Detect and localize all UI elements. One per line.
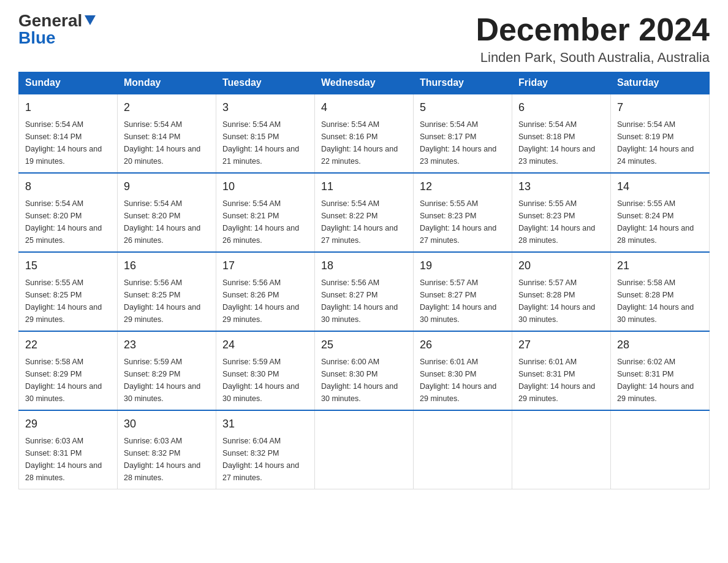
weekday-header-wednesday: Wednesday (315, 72, 414, 94)
day-number: 4 (321, 99, 407, 116)
calendar-cell: 20Sunrise: 5:57 AMSunset: 8:28 PMDayligh… (512, 252, 611, 331)
title-section: December 2024 Linden Park, South Austral… (476, 12, 710, 66)
calendar-cell: 15Sunrise: 5:55 AMSunset: 8:25 PMDayligh… (19, 252, 118, 331)
day-info: Sunrise: 5:54 AMSunset: 8:16 PMDaylight:… (321, 118, 407, 167)
day-number: 8 (25, 178, 111, 195)
day-info: Sunrise: 6:01 AMSunset: 8:31 PMDaylight:… (518, 356, 604, 405)
calendar-week-3: 15Sunrise: 5:55 AMSunset: 8:25 PMDayligh… (19, 252, 710, 331)
day-info: Sunrise: 5:54 AMSunset: 8:18 PMDaylight:… (518, 118, 604, 167)
day-info: Sunrise: 5:54 AMSunset: 8:20 PMDaylight:… (25, 197, 111, 247)
weekday-header-thursday: Thursday (414, 72, 512, 94)
calendar-cell: 4Sunrise: 5:54 AMSunset: 8:16 PMDaylight… (315, 94, 414, 173)
calendar-cell: 29Sunrise: 6:03 AMSunset: 8:31 PMDayligh… (19, 410, 118, 489)
calendar-cell: 19Sunrise: 5:57 AMSunset: 8:27 PMDayligh… (414, 252, 512, 331)
weekday-header-monday: Monday (118, 72, 216, 94)
weekday-header-saturday: Saturday (611, 72, 710, 94)
calendar-cell: 11Sunrise: 5:54 AMSunset: 8:22 PMDayligh… (315, 173, 414, 252)
weekday-header-tuesday: Tuesday (216, 72, 315, 94)
calendar-cell: 8Sunrise: 5:54 AMSunset: 8:20 PMDaylight… (19, 173, 118, 252)
day-number: 23 (124, 337, 210, 353)
day-info: Sunrise: 5:54 AMSunset: 8:15 PMDaylight:… (222, 118, 308, 167)
day-info: Sunrise: 5:54 AMSunset: 8:22 PMDaylight:… (321, 197, 407, 247)
day-number: 5 (420, 99, 506, 116)
calendar-cell: 30Sunrise: 6:03 AMSunset: 8:32 PMDayligh… (118, 410, 216, 489)
calendar-cell (512, 410, 611, 489)
day-number: 31 (222, 416, 308, 432)
day-info: Sunrise: 5:55 AMSunset: 8:25 PMDaylight:… (25, 277, 111, 326)
day-number: 25 (321, 337, 407, 353)
svg-marker-0 (85, 15, 96, 25)
calendar-cell: 26Sunrise: 6:01 AMSunset: 8:30 PMDayligh… (414, 331, 512, 410)
day-number: 13 (518, 178, 604, 195)
day-number: 20 (518, 258, 604, 274)
day-info: Sunrise: 6:03 AMSunset: 8:31 PMDaylight:… (25, 435, 111, 484)
day-number: 18 (321, 258, 407, 274)
calendar-cell: 25Sunrise: 6:00 AMSunset: 8:30 PMDayligh… (315, 331, 414, 410)
day-number: 9 (124, 178, 210, 195)
day-number: 17 (222, 258, 308, 274)
day-number: 24 (222, 337, 308, 353)
calendar-cell: 6Sunrise: 5:54 AMSunset: 8:18 PMDaylight… (512, 94, 611, 173)
day-info: Sunrise: 6:00 AMSunset: 8:30 PMDaylight:… (321, 356, 407, 405)
day-number: 16 (124, 258, 210, 274)
day-number: 3 (222, 99, 308, 116)
day-info: Sunrise: 5:55 AMSunset: 8:23 PMDaylight:… (518, 197, 604, 247)
day-number: 22 (25, 337, 111, 353)
weekday-header-friday: Friday (512, 72, 611, 94)
calendar-cell: 10Sunrise: 5:54 AMSunset: 8:21 PMDayligh… (216, 173, 315, 252)
day-info: Sunrise: 5:54 AMSunset: 8:19 PMDaylight:… (617, 118, 703, 167)
logo: General Blue (18, 12, 97, 47)
day-number: 19 (420, 258, 506, 274)
day-number: 7 (617, 99, 703, 116)
calendar-cell: 13Sunrise: 5:55 AMSunset: 8:23 PMDayligh… (512, 173, 611, 252)
page: General Blue December 2024 Linden Park, … (0, 0, 728, 508)
day-number: 12 (420, 178, 506, 195)
header: General Blue December 2024 Linden Park, … (18, 12, 710, 66)
day-number: 21 (617, 258, 703, 274)
calendar-cell: 17Sunrise: 5:56 AMSunset: 8:26 PMDayligh… (216, 252, 315, 331)
day-number: 1 (25, 99, 111, 116)
calendar-week-1: 1Sunrise: 5:54 AMSunset: 8:14 PMDaylight… (19, 94, 710, 173)
calendar-week-5: 29Sunrise: 6:03 AMSunset: 8:31 PMDayligh… (19, 410, 710, 489)
day-number: 10 (222, 178, 308, 195)
day-info: Sunrise: 5:54 AMSunset: 8:14 PMDaylight:… (25, 118, 111, 167)
calendar-cell (611, 410, 710, 489)
day-info: Sunrise: 5:54 AMSunset: 8:21 PMDaylight:… (222, 197, 308, 247)
logo-general: General (18, 12, 97, 29)
day-info: Sunrise: 5:54 AMSunset: 8:20 PMDaylight:… (124, 197, 210, 247)
weekday-header-sunday: Sunday (19, 72, 118, 94)
subtitle: Linden Park, South Australia, Australia (476, 50, 710, 66)
day-info: Sunrise: 5:56 AMSunset: 8:25 PMDaylight:… (124, 277, 210, 326)
calendar-cell: 31Sunrise: 6:04 AMSunset: 8:32 PMDayligh… (216, 410, 315, 489)
calendar-cell: 9Sunrise: 5:54 AMSunset: 8:20 PMDaylight… (118, 173, 216, 252)
day-number: 14 (617, 178, 703, 195)
calendar-cell: 14Sunrise: 5:55 AMSunset: 8:24 PMDayligh… (611, 173, 710, 252)
day-number: 29 (25, 416, 111, 432)
main-title: December 2024 (476, 12, 710, 47)
day-info: Sunrise: 5:54 AMSunset: 8:17 PMDaylight:… (420, 118, 506, 167)
day-info: Sunrise: 6:02 AMSunset: 8:31 PMDaylight:… (617, 356, 703, 405)
day-number: 30 (124, 416, 210, 432)
day-info: Sunrise: 5:55 AMSunset: 8:23 PMDaylight:… (420, 197, 506, 247)
day-info: Sunrise: 5:57 AMSunset: 8:27 PMDaylight:… (420, 277, 506, 326)
day-info: Sunrise: 5:56 AMSunset: 8:27 PMDaylight:… (321, 277, 407, 326)
day-info: Sunrise: 6:04 AMSunset: 8:32 PMDaylight:… (222, 435, 308, 484)
calendar-cell (414, 410, 512, 489)
calendar: SundayMondayTuesdayWednesdayThursdayFrid… (18, 72, 710, 489)
day-number: 11 (321, 178, 407, 195)
day-info: Sunrise: 5:56 AMSunset: 8:26 PMDaylight:… (222, 277, 308, 326)
calendar-cell: 1Sunrise: 5:54 AMSunset: 8:14 PMDaylight… (19, 94, 118, 173)
calendar-cell: 3Sunrise: 5:54 AMSunset: 8:15 PMDaylight… (216, 94, 315, 173)
day-number: 28 (617, 337, 703, 353)
day-info: Sunrise: 6:01 AMSunset: 8:30 PMDaylight:… (420, 356, 506, 405)
logo-arrow-icon (83, 13, 97, 26)
day-info: Sunrise: 5:54 AMSunset: 8:14 PMDaylight:… (124, 118, 210, 167)
calendar-cell (315, 410, 414, 489)
calendar-cell: 21Sunrise: 5:58 AMSunset: 8:28 PMDayligh… (611, 252, 710, 331)
day-number: 27 (518, 337, 604, 353)
calendar-cell: 16Sunrise: 5:56 AMSunset: 8:25 PMDayligh… (118, 252, 216, 331)
day-info: Sunrise: 5:55 AMSunset: 8:24 PMDaylight:… (617, 197, 703, 247)
calendar-body: 1Sunrise: 5:54 AMSunset: 8:14 PMDaylight… (19, 94, 710, 489)
calendar-week-4: 22Sunrise: 5:58 AMSunset: 8:29 PMDayligh… (19, 331, 710, 410)
day-number: 26 (420, 337, 506, 353)
